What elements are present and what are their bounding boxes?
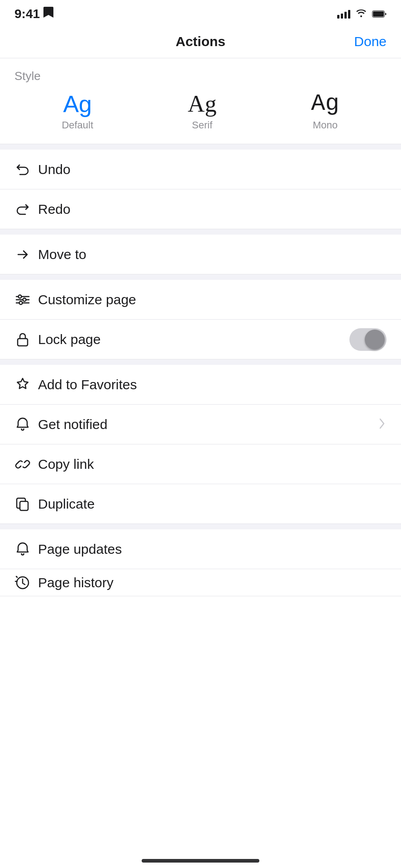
lock-page-label: Lock page [38,332,387,347]
font-ag-default: Ag [63,92,92,116]
history-icon [14,575,38,591]
star-icon [14,377,38,393]
page-title: Actions [176,34,225,49]
redo-menu-item[interactable]: Redo [0,189,401,229]
svg-point-5 [19,295,22,298]
undo-icon [14,161,38,178]
customize-page-menu-item[interactable]: Customize page [0,280,401,320]
toggle-switch[interactable] [349,328,387,351]
section-gap-1 [0,144,401,150]
add-to-favorites-label: Add to Favorites [38,377,387,392]
svg-point-7 [19,301,23,304]
get-notified-menu-item[interactable]: Get notified [0,405,401,444]
customize-icon [14,292,38,308]
page-history-menu-item[interactable]: Page history [0,569,401,596]
undo-menu-item[interactable]: Undo [0,150,401,189]
font-ag-mono: Ag [311,92,339,116]
link-icon [14,456,38,472]
done-button[interactable]: Done [354,34,387,49]
svg-point-6 [23,298,26,301]
page-history-label: Page history [38,575,387,590]
battery-icon [372,10,387,18]
customize-page-label: Customize page [38,292,387,307]
section-gap-5 [0,524,401,529]
svg-rect-1 [373,11,384,17]
page-updates-menu-item[interactable]: Page updates [0,529,401,569]
chevron-right-icon [377,416,387,433]
font-name-serif: Serif [192,119,212,131]
lock-icon [14,331,38,348]
page-updates-label: Page updates [38,542,387,557]
move-to-menu-item[interactable]: Move to [0,235,401,274]
style-label: Style [14,69,387,83]
section-gap-4 [0,359,401,365]
bell-icon [14,416,38,433]
get-notified-label: Get notified [38,417,377,432]
font-name-mono: Mono [313,119,338,131]
svg-rect-8 [18,339,28,346]
font-ag-serif: Ag [188,92,217,116]
lock-page-menu-item[interactable]: Lock page [0,320,401,359]
duplicate-label: Duplicate [38,496,387,512]
move-to-label: Move to [38,247,387,262]
status-bar: 9:41 [0,0,401,25]
font-options: Ag Default Ag Serif Ag Mono [14,92,387,144]
copy-link-menu-item[interactable]: Copy link [0,444,401,484]
bookmark-icon [43,7,53,22]
redo-icon [14,201,38,217]
font-option-serif[interactable]: Ag Serif [188,92,217,131]
undo-label: Undo [38,162,387,177]
font-option-default[interactable]: Ag Default [62,92,93,131]
section-gap-2 [0,229,401,235]
copy-link-label: Copy link [38,457,387,472]
move-to-icon [14,246,38,263]
home-indicator [142,859,259,863]
status-left: 9:41 [14,7,53,22]
wifi-icon [356,9,367,19]
time-display: 9:41 [14,7,40,21]
section-gap-3 [0,274,401,280]
add-to-favorites-menu-item[interactable]: Add to Favorites [0,365,401,405]
lock-page-toggle[interactable] [349,328,387,351]
toggle-knob [365,330,385,349]
signal-bars-icon [337,9,350,19]
duplicate-icon [14,496,38,512]
svg-rect-9 [20,501,28,510]
font-option-mono[interactable]: Ag Mono [311,92,339,131]
style-section: Style Ag Default Ag Serif Ag Mono [0,58,401,144]
font-name-default: Default [62,119,93,131]
header: Actions Done [0,25,401,58]
redo-label: Redo [38,202,387,217]
page-updates-bell-icon [14,541,38,557]
status-right [337,9,387,19]
duplicate-menu-item[interactable]: Duplicate [0,484,401,524]
